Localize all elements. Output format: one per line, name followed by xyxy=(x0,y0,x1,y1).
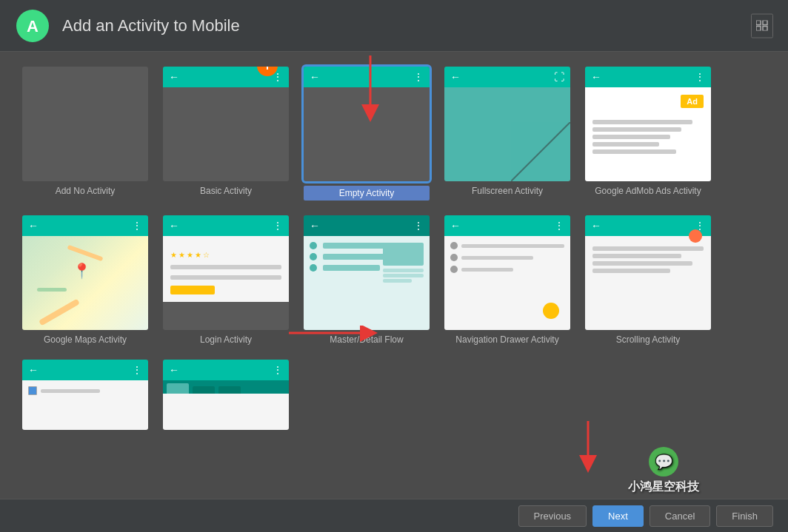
nd-circle-3 xyxy=(450,266,458,273)
navdrawer-phone-bar: ← ⋮ xyxy=(444,215,570,236)
md-detail-pane xyxy=(383,243,424,284)
map-road xyxy=(39,299,80,326)
nd-item-list xyxy=(444,236,570,279)
md-detail-line-1 xyxy=(383,269,424,272)
ad-line-3 xyxy=(592,135,670,139)
login-field-1 xyxy=(170,265,281,269)
activity-card-login[interactable]: ← ⋮ ★ ★ ★ ★ ☆ Login Activity xyxy=(163,215,289,345)
activity-preview-basic: ← ⋮ + xyxy=(163,67,289,181)
watermark: 💬 小鸿星空科技 xyxy=(628,447,699,495)
activity-preview-masterdetail: ← ⋮ xyxy=(304,215,430,330)
nd-line-3 xyxy=(461,268,513,272)
map-pin-icon: 📍 xyxy=(73,262,91,280)
login-field-2 xyxy=(170,275,281,280)
android-studio-logo: A xyxy=(15,8,50,44)
activity-preview-none xyxy=(22,67,148,181)
map-area xyxy=(37,288,67,292)
activity-preview-settings-partial: ← ⋮ xyxy=(22,360,148,430)
scrolling-body xyxy=(585,236,711,330)
back-arrow-icon-login: ← xyxy=(169,220,179,232)
activity-card-settings-partial[interactable]: ← ⋮ xyxy=(22,360,148,430)
tab-1 xyxy=(167,383,189,394)
activity-label-masterdetail: Master/Detail Flow xyxy=(330,334,403,345)
md-detail-line-2 xyxy=(383,274,424,277)
tab-3 xyxy=(218,386,241,394)
login-body: ★ ★ ★ ★ ☆ xyxy=(163,236,289,302)
fullscreen-diagonal xyxy=(511,122,570,181)
activity-card-navdrawer[interactable]: ← ⋮ xyxy=(444,215,570,345)
activity-label-basic: Basic Activity xyxy=(200,186,252,196)
activity-card-add-no-activity[interactable]: Add No Activity xyxy=(22,67,148,201)
fullscreen-body xyxy=(444,87,570,181)
navdrawer-body xyxy=(444,236,570,330)
fullscreen-bar: ← ⛶ xyxy=(444,67,570,87)
admob-phone-bar: ← ⋮ xyxy=(585,67,711,87)
settings-row-1 xyxy=(28,386,142,395)
menu-dots-icon-maps: ⋮ xyxy=(132,220,142,232)
activity-preview-tabbed-partial: ← ⋮ xyxy=(163,360,289,430)
ad-banner-label: Ad xyxy=(681,95,704,108)
masterdetail-phone-bar: ← ⋮ xyxy=(304,215,430,236)
activity-card-empty-activity[interactable]: ← ⋮ Empty Activity xyxy=(304,67,430,201)
tabbed-phone-bar: ← ⋮ xyxy=(163,360,289,380)
ad-line-1 xyxy=(592,120,692,124)
sc-line-4 xyxy=(592,269,670,273)
back-arrow-icon-tab: ← xyxy=(169,364,179,376)
activity-card-tabbed-partial[interactable]: ← ⋮ xyxy=(163,360,289,430)
activity-label-maps: Google Maps Activity xyxy=(44,334,127,345)
previous-button[interactable]: Previous xyxy=(518,505,587,527)
nd-item-row-1 xyxy=(450,242,564,249)
back-arrow-icon-nd: ← xyxy=(450,220,461,232)
menu-dots-icon-set: ⋮ xyxy=(132,364,142,376)
activity-card-basic-activity[interactable]: ← ⋮ + Basic Activity xyxy=(163,67,289,201)
back-arrow-icon-md: ← xyxy=(310,220,320,232)
watermark-text: 小鸿星空科技 xyxy=(628,479,699,495)
activity-preview-scrolling: ← ⋮ xyxy=(585,215,711,330)
activity-label-admob: Google AdMob Ads Activity xyxy=(595,186,701,196)
nd-fab-preview xyxy=(543,303,559,319)
finish-button[interactable]: Finish xyxy=(716,505,773,527)
star-1: ★ xyxy=(170,251,177,259)
md-dot-1 xyxy=(310,242,317,249)
activity-card-maps[interactable]: ← ⋮ 📍 Google Maps Activity xyxy=(22,215,148,345)
back-arrow-icon-empty: ← xyxy=(310,71,320,83)
settings-phone-bar: ← ⋮ xyxy=(22,360,148,380)
back-arrow-icon-set: ← xyxy=(28,364,39,376)
svg-rect-4 xyxy=(756,26,761,30)
next-button[interactable]: Next xyxy=(592,505,644,527)
ad-line-2 xyxy=(592,127,681,132)
nd-line-2 xyxy=(461,256,533,260)
back-arrow-icon-maps: ← xyxy=(28,220,39,232)
empty-phone-bar: ← ⋮ xyxy=(304,67,430,87)
svg-rect-5 xyxy=(763,26,767,30)
md-line-3 xyxy=(323,265,380,271)
activity-label-scrolling: Scrolling Activity xyxy=(616,334,681,345)
activity-preview-admob: ← ⋮ Ad xyxy=(585,67,711,181)
settings-body xyxy=(22,380,148,430)
activity-preview-navdrawer: ← ⋮ xyxy=(444,215,570,330)
window-icon[interactable] xyxy=(751,13,773,38)
star-3: ★ xyxy=(187,251,193,259)
sc-line-1 xyxy=(592,246,704,251)
activity-preview-maps: ← ⋮ 📍 xyxy=(22,215,148,330)
back-arrow-icon-fs: ← xyxy=(450,71,461,83)
masterdetail-body xyxy=(304,236,430,330)
menu-dots-icon-empty: ⋮ xyxy=(413,71,424,83)
tabbed-tabs-bar xyxy=(163,380,289,394)
nd-circle-2 xyxy=(450,254,458,261)
cancel-button[interactable]: Cancel xyxy=(650,505,710,527)
star-2: ★ xyxy=(178,251,185,259)
md-dot-3 xyxy=(310,264,317,272)
activity-label-fullscreen: Fullscreen Activity xyxy=(472,186,543,196)
svg-rect-3 xyxy=(763,20,767,24)
map-road-2 xyxy=(67,245,103,262)
dialog-footer: Previous Next Cancel Finish xyxy=(0,499,788,532)
activity-card-scrolling[interactable]: ← ⋮ Scrolling Activity xyxy=(585,215,711,345)
login-stars-row: ★ ★ ★ ★ ☆ xyxy=(170,251,281,259)
settings-line xyxy=(41,389,100,393)
menu-dots-icon-login: ⋮ xyxy=(273,220,283,232)
nd-item-row-3 xyxy=(450,266,564,273)
activity-card-masterdetail[interactable]: ← ⋮ xyxy=(304,215,430,345)
activity-card-admob[interactable]: ← ⋮ Ad Google AdMob Ads Activity xyxy=(585,67,711,201)
activity-card-fullscreen-activity[interactable]: ← ⛶ Fullscreen Activity xyxy=(444,67,570,201)
